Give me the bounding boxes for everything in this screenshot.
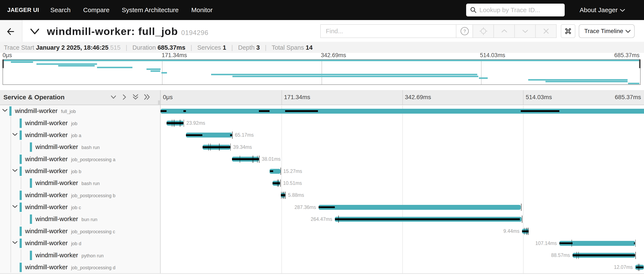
svg-text:?: ? (464, 29, 466, 34)
